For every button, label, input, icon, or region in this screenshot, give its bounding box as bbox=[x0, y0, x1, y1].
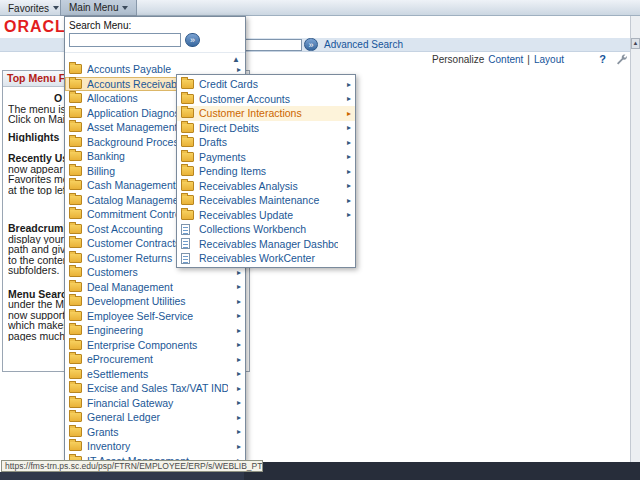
folder-icon bbox=[181, 210, 194, 220]
chevron-right-icon: ▸ bbox=[343, 94, 351, 103]
status-url-tooltip: https://fms-trn.ps.sc.edu/psp/FTRN/EMPLO… bbox=[1, 460, 263, 472]
menu-item-label: Employee Self-Service bbox=[87, 310, 228, 322]
chevron-right-icon: ▸ bbox=[233, 282, 241, 291]
folder-icon bbox=[69, 311, 82, 321]
submenu-item-label: Receivables Manager Dashboard bbox=[199, 238, 338, 250]
submenu-item[interactable]: Customer Accounts ▸ bbox=[177, 92, 355, 107]
search-go-button[interactable]: » bbox=[304, 38, 318, 51]
advanced-search-link[interactable]: Advanced Search bbox=[324, 39, 403, 50]
chevron-right-icon: ▸ bbox=[233, 65, 241, 74]
submenu-item[interactable]: Collections Workbench ▸ bbox=[177, 222, 355, 237]
menu-item[interactable]: eProcurement ▸ bbox=[65, 352, 245, 367]
chevron-right-icon: ▸ bbox=[343, 80, 351, 89]
chevron-right-icon: ▸ bbox=[343, 138, 351, 147]
menu-item-label: eProcurement bbox=[87, 353, 228, 365]
menu-search-input[interactable] bbox=[69, 33, 181, 47]
submenu-item-label: Credit Cards bbox=[199, 78, 338, 90]
folder-icon bbox=[69, 137, 82, 147]
folder-icon bbox=[69, 427, 82, 437]
submenu-item[interactable]: Payments ▸ bbox=[177, 150, 355, 165]
chevron-right-icon: ▸ bbox=[233, 413, 241, 422]
chevron-right-icon: ▸ bbox=[233, 355, 241, 364]
menu-item[interactable]: eSettlements ▸ bbox=[65, 367, 245, 382]
menu-item[interactable]: Inventory ▸ bbox=[65, 439, 245, 454]
folder-icon bbox=[181, 108, 194, 118]
submenu-item[interactable]: Credit Cards ▸ bbox=[177, 77, 355, 92]
chevron-right-icon: ▸ bbox=[233, 297, 241, 306]
submenu-item[interactable]: Receivables Maintenance ▸ bbox=[177, 193, 355, 208]
folder-icon bbox=[69, 180, 82, 190]
chevron-right-icon: ▸ bbox=[233, 384, 241, 393]
submenu-item-label: Drafts bbox=[199, 136, 338, 148]
submenu-item-label: Receivables Analysis bbox=[199, 180, 338, 192]
personalize-label: Personalize bbox=[432, 54, 484, 65]
folder-icon bbox=[69, 195, 82, 205]
folder-icon bbox=[69, 64, 82, 74]
submenu-item[interactable]: Customer Interactions ▸ bbox=[177, 106, 355, 121]
personalize-layout-link[interactable]: Layout bbox=[534, 54, 564, 65]
menu-item[interactable]: Development Utilities ▸ bbox=[65, 294, 245, 309]
menu-search-section: Search Menu: » bbox=[65, 17, 245, 53]
scrollbar-up-button[interactable]: ▲ bbox=[631, 38, 640, 49]
submenu-item[interactable]: Receivables Analysis ▸ bbox=[177, 179, 355, 194]
chevron-right-icon: ▸ bbox=[343, 152, 351, 161]
personalize-content-link[interactable]: Content bbox=[488, 54, 523, 65]
document-icon bbox=[181, 224, 190, 235]
submenu-item-label: Receivables Maintenance bbox=[199, 194, 338, 206]
chevron-right-icon: ▸ bbox=[233, 442, 241, 451]
submenu-item[interactable]: Receivables WorkCenter ▸ bbox=[177, 251, 355, 266]
submenu-item[interactable]: Direct Debits ▸ bbox=[177, 121, 355, 136]
chevron-right-icon: ▸ bbox=[233, 427, 241, 436]
menu-item[interactable]: Financial Gateway ▸ bbox=[65, 396, 245, 411]
help-button[interactable]: ? bbox=[599, 53, 606, 65]
folder-icon bbox=[69, 108, 82, 118]
folder-icon bbox=[181, 79, 194, 89]
separator: | bbox=[527, 54, 530, 65]
submenu-item-label: Payments bbox=[199, 151, 338, 163]
folder-icon bbox=[181, 137, 194, 147]
document-icon bbox=[181, 238, 190, 249]
folder-icon bbox=[69, 209, 82, 219]
folder-icon bbox=[69, 296, 82, 306]
chevron-down-icon bbox=[122, 6, 128, 10]
menu-item[interactable]: Engineering ▸ bbox=[65, 323, 245, 338]
menu-item[interactable]: Enterprise Components ▸ bbox=[65, 338, 245, 353]
text: at the top left. bbox=[8, 185, 72, 196]
accounts-receivable-submenu: Credit Cards ▸ Customer Accounts ▸ Custo… bbox=[176, 74, 356, 268]
document-icon bbox=[181, 253, 190, 264]
menu-item[interactable]: General Ledger ▸ bbox=[65, 410, 245, 425]
menu-item[interactable]: Deal Management ▸ bbox=[65, 280, 245, 295]
menu-item-label: Grants bbox=[87, 426, 228, 438]
folder-icon bbox=[69, 224, 82, 234]
menu-search-go-button[interactable]: » bbox=[185, 33, 200, 47]
chevron-right-icon: ▸ bbox=[343, 167, 351, 176]
wrench-icon[interactable] bbox=[615, 53, 628, 66]
bottom-bar bbox=[244, 462, 640, 480]
folder-icon bbox=[69, 238, 82, 248]
menu-item[interactable]: Excise and Sales Tax/VAT IND ▸ bbox=[65, 381, 245, 396]
menu-item-label: Inventory bbox=[87, 440, 228, 452]
vertical-scrollbar[interactable]: ▲ bbox=[630, 16, 640, 462]
folder-icon bbox=[69, 398, 82, 408]
submenu-item[interactable]: Receivables Manager Dashboard ▸ bbox=[177, 237, 355, 252]
submenu-item-label: Direct Debits bbox=[199, 122, 338, 134]
chevron-right-icon: ▸ bbox=[233, 398, 241, 407]
folder-icon bbox=[69, 151, 82, 161]
submenu-item[interactable]: Receivables Update ▸ bbox=[177, 208, 355, 223]
submenu-item-label: Collections Workbench bbox=[199, 223, 338, 235]
submenu-item[interactable]: Drafts ▸ bbox=[177, 135, 355, 150]
folder-icon bbox=[69, 253, 82, 263]
bottom-bar-left bbox=[0, 472, 244, 480]
menu-item[interactable]: Employee Self-Service ▸ bbox=[65, 309, 245, 324]
menu-item-label: Excise and Sales Tax/VAT IND bbox=[87, 382, 228, 394]
menu-item[interactable]: Grants ▸ bbox=[65, 425, 245, 440]
folder-icon bbox=[69, 441, 82, 451]
menu-item-label: Engineering bbox=[87, 324, 228, 336]
main-menu-button[interactable]: Main Menu bbox=[60, 0, 137, 16]
favorites-menu-button[interactable]: Favorites bbox=[0, 0, 67, 16]
submenu-item[interactable]: Pending Items ▸ bbox=[177, 164, 355, 179]
chevron-right-icon: ▸ bbox=[343, 123, 351, 132]
folder-icon bbox=[69, 122, 82, 132]
submenu-list: Credit Cards ▸ Customer Accounts ▸ Custo… bbox=[177, 77, 355, 266]
chevron-right-icon: ▸ bbox=[233, 268, 241, 277]
